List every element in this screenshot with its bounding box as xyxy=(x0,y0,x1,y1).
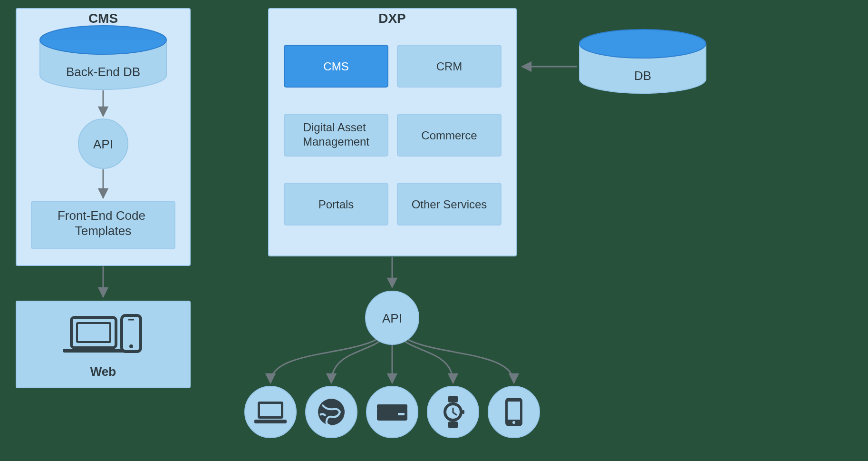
svg-point-28 xyxy=(512,421,515,424)
channel-laptop xyxy=(245,386,296,438)
dxp-card-crm-label: CRM xyxy=(436,60,463,73)
external-db-icon xyxy=(579,29,706,93)
dxp-card-other-label: Other Services xyxy=(412,198,487,211)
globe-icon xyxy=(318,399,345,425)
svg-rect-17 xyxy=(377,404,407,409)
backend-db-label: Back-End DB xyxy=(66,65,140,79)
set-top-icon xyxy=(377,404,407,421)
channel-globe xyxy=(306,386,357,438)
dxp-title: DXP xyxy=(378,11,406,26)
svg-rect-20 xyxy=(448,396,458,402)
svg-rect-24 xyxy=(462,410,464,414)
dxp-card-portals-label: Portals xyxy=(318,198,354,211)
phone-icon xyxy=(505,398,522,426)
svg-rect-21 xyxy=(448,422,458,428)
svg-rect-27 xyxy=(508,402,520,420)
web-label: Web xyxy=(90,364,116,379)
channel-set-top xyxy=(366,386,418,438)
dxp-card-cms-label: CMS xyxy=(323,60,348,73)
dxp-card-commerce-label: Commerce xyxy=(421,129,477,142)
external-db-label: DB xyxy=(634,69,651,83)
svg-point-8 xyxy=(579,29,706,58)
channel-watch xyxy=(427,386,479,438)
svg-rect-18 xyxy=(398,413,405,415)
svg-rect-12 xyxy=(254,420,287,423)
backend-db-icon xyxy=(40,26,166,89)
dxp-api-label: API xyxy=(382,311,402,325)
laptop-icon xyxy=(254,402,287,423)
cms-title: CMS xyxy=(88,11,118,26)
svg-rect-11 xyxy=(260,404,281,416)
cms-api-label: API xyxy=(93,137,113,151)
svg-point-6 xyxy=(129,344,133,348)
channel-phone xyxy=(488,386,540,438)
